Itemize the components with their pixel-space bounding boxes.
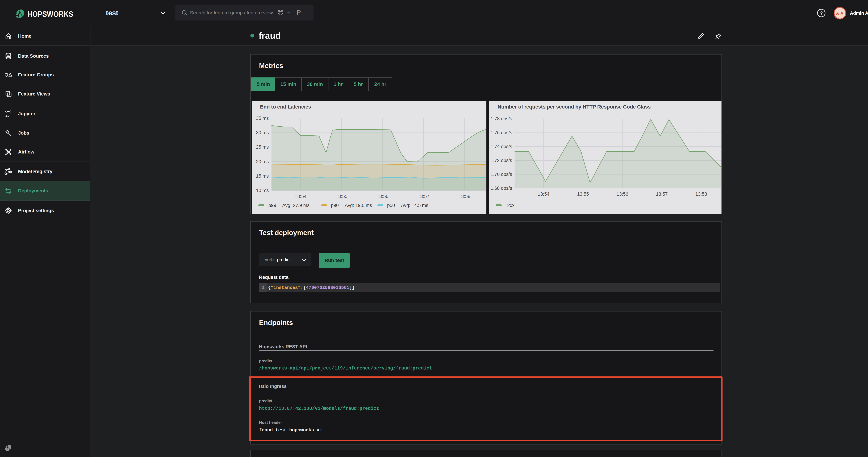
svg-text:Avg: 27.9 ms: Avg: 27.9 ms: [282, 203, 310, 208]
svg-text:Avg: 14.5 ms: Avg: 14.5 ms: [401, 203, 428, 208]
svg-text:p99: p99: [268, 203, 276, 208]
svg-text:15 ms: 15 ms: [256, 174, 269, 179]
svg-text:13:58: 13:58: [695, 191, 707, 197]
svg-text:1.70 ops/s: 1.70 ops/s: [490, 172, 512, 177]
svg-text:10 ms: 10 ms: [256, 188, 269, 193]
svg-text:13:57: 13:57: [656, 191, 668, 197]
svg-text:30 ms: 30 ms: [256, 130, 269, 135]
svg-text:13:56: 13:56: [377, 194, 389, 199]
svg-text:2xx: 2xx: [507, 203, 515, 208]
svg-text:p90: p90: [331, 203, 339, 208]
svg-text:13:54: 13:54: [538, 191, 550, 197]
svg-text:13:55: 13:55: [336, 194, 347, 199]
svg-text:1.74 ops/s: 1.74 ops/s: [490, 144, 512, 149]
svg-text:25 ms: 25 ms: [256, 145, 269, 150]
svg-text:13:56: 13:56: [616, 191, 628, 197]
svg-text:1.76 ops/s: 1.76 ops/s: [490, 130, 512, 135]
svg-text:13:57: 13:57: [418, 194, 430, 199]
svg-text:1.72 ops/s: 1.72 ops/s: [490, 158, 512, 163]
svg-text:35 ms: 35 ms: [256, 116, 269, 121]
svg-text:20 ms: 20 ms: [256, 159, 269, 164]
svg-text:p50: p50: [387, 203, 395, 208]
svg-text:?: ?: [820, 10, 823, 16]
svg-text:1.68 ops/s: 1.68 ops/s: [490, 186, 512, 191]
svg-text:13:55: 13:55: [577, 191, 589, 197]
svg-text:13:58: 13:58: [459, 194, 470, 199]
svg-text:1.78 ops/s: 1.78 ops/s: [490, 116, 512, 121]
svg-text:Avg: 19.0 ms: Avg: 19.0 ms: [345, 203, 372, 208]
svg-text:13:54: 13:54: [295, 194, 307, 199]
